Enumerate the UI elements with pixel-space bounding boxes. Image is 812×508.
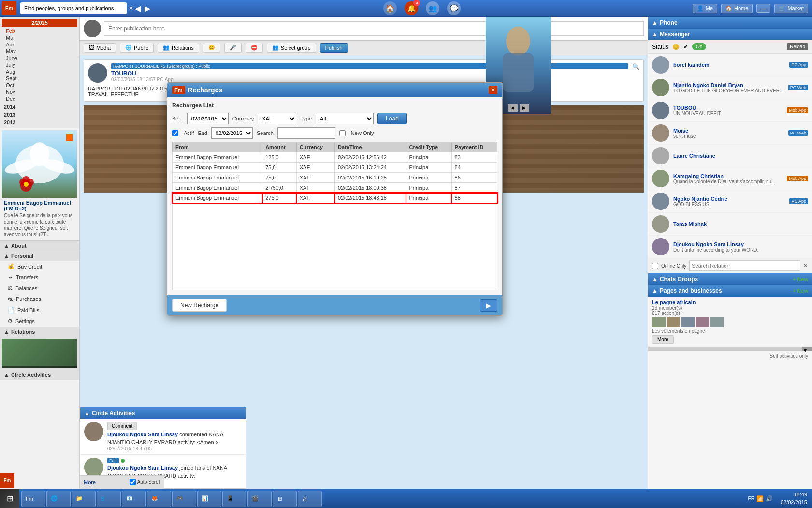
taskbar-app1-item[interactable]: 📧 [122, 491, 146, 507]
circle-activities-section-header[interactable]: ▲ Circle Activities [80, 407, 246, 419]
personal-section-header[interactable]: ▲ Personal [0, 251, 79, 261]
sidebar-item-transfers[interactable]: ↔ Transfers [0, 272, 79, 283]
table-row[interactable]: Emmeni Bagop Emmanuel75,0XAF02/02/2015 1… [173, 173, 497, 183]
taskbar-firefox-item[interactable]: 🦊 [147, 491, 171, 507]
table-row[interactable]: Emmeni Bagop Emmanuel2 750,0XAF02/02/201… [173, 183, 497, 193]
month-oct[interactable]: Oct [4, 82, 75, 89]
month-sept[interactable]: Sept [4, 75, 75, 82]
contact-item-8[interactable]: Djoukou Ngoko Sara Linsay Do it unto me … [648, 236, 812, 258]
photo-prev[interactable]: ◀ [508, 104, 518, 112]
taskbar-app6-item[interactable]: 🖥 [273, 491, 297, 507]
month-mar[interactable]: Mar [4, 34, 75, 41]
end-date-select[interactable]: 02/02/2015 [211, 127, 253, 139]
month-aug[interactable]: Aug [4, 68, 75, 75]
taskbar-app3-item[interactable]: 📊 [197, 491, 221, 507]
emoji-button[interactable]: 😊 [203, 43, 220, 53]
page-name[interactable]: Le pagne africain [652, 299, 808, 305]
taskbar-app4-item[interactable]: 📱 [222, 491, 246, 507]
media-button[interactable]: 🖼 Media [84, 43, 116, 53]
sidebar-item-settings[interactable]: ⚙ Settings [0, 315, 79, 327]
search-in-post-icon[interactable]: 🔍 [632, 63, 639, 70]
mic-button[interactable]: 🎤 [224, 43, 242, 53]
notification-icon-btn[interactable]: 🔔 4 [405, 1, 418, 15]
contact-item-5[interactable]: Kamgaing Christian Quand la volonté de D… [648, 167, 812, 190]
actif-checkbox[interactable] [172, 130, 178, 136]
forward-arrow[interactable]: ▶ [143, 4, 152, 13]
taskbar-folder-item[interactable]: 📁 [72, 491, 96, 507]
taskbar-skype-item[interactable]: S [97, 491, 121, 507]
market-button[interactable]: 🛒 Market [774, 4, 808, 13]
contact-item-1[interactable]: Njantio Ngoko Daniel Bryan TO GOD BE THE… [648, 76, 812, 99]
begin-date-select[interactable]: 02/02/2015 [187, 113, 229, 124]
online-only-checkbox[interactable] [652, 263, 658, 269]
minimize-button[interactable]: — [756, 4, 770, 13]
start-button[interactable]: ⊞ [0, 489, 19, 508]
contact-item-7[interactable]: Taras Mishak [648, 213, 812, 236]
month-dec[interactable]: Dec [4, 95, 75, 102]
month-july[interactable]: July [4, 61, 75, 68]
comment-button[interactable]: Comment [107, 422, 137, 430]
new-page-button[interactable]: + New [793, 288, 808, 294]
year-2012[interactable]: 2012 [2, 119, 77, 126]
contact-item-4[interactable]: Laure Christiane [648, 145, 812, 167]
sidebar-item-buy-credit[interactable]: 💰 Buy Credit [0, 261, 79, 272]
new-chat-button[interactable]: + New [793, 276, 808, 282]
contact-item-2[interactable]: TOUBOU UN NOUVEAU DEFIT Mob App [648, 99, 812, 122]
people-icon-btn[interactable]: 👥 [426, 1, 439, 15]
auto-scroll-checkbox[interactable] [130, 479, 136, 485]
contact-item-3[interactable]: Moise sera muse PC Web [648, 122, 812, 145]
phone-section-header[interactable]: ▲ Phone [648, 17, 812, 29]
publication-input[interactable] [104, 21, 644, 36]
sidebar-item-paid-bills[interactable]: 📄 Paid Bills [0, 304, 79, 315]
pages-businesses-header[interactable]: ▲ Pages and businesses + New [648, 285, 812, 297]
new-only-checkbox[interactable] [339, 130, 346, 136]
type-select[interactable]: All [316, 113, 374, 124]
sidebar-item-balances[interactable]: ⚖ Balances [0, 283, 79, 294]
activity-name-2[interactable]: Djoukou Ngoko Sara Linsay [107, 465, 178, 471]
month-nov[interactable]: Nov [4, 89, 75, 95]
taskbar-app2-item[interactable]: 🎮 [172, 491, 196, 507]
home-button[interactable]: 🏠 Home [721, 4, 753, 13]
select-group-button[interactable]: 👥 Select group [267, 43, 316, 53]
month-feb[interactable]: Feb [4, 28, 75, 34]
table-row[interactable]: Emmeni Bagop Emmanuel275,0XAF02/02/2015 … [173, 193, 497, 203]
load-button[interactable]: Load [377, 113, 407, 124]
close-tab-icon[interactable]: ✕ [129, 5, 133, 12]
relations-section-header[interactable]: ▲ Relations [0, 327, 79, 337]
taskbar-app7-item[interactable]: 🖨 [298, 491, 322, 507]
home-icon-btn[interactable]: 🏠 [383, 1, 397, 15]
stop-button[interactable]: ⛔ [246, 43, 263, 53]
taskbar-ie-item[interactable]: 🌐 [46, 491, 71, 507]
messenger-section-header[interactable]: ▲ Messenger [648, 29, 812, 40]
modal-close-button[interactable]: ✕ [489, 86, 497, 94]
search-relation-input[interactable] [689, 260, 800, 271]
chats-groups-header[interactable]: ▲ Chats Groups + New [648, 273, 812, 285]
modal-ok-button[interactable]: ▶ [480, 299, 497, 312]
more-pages-button[interactable]: More [652, 335, 674, 344]
activity-name-1[interactable]: Djoukou Ngoko Sara Linsay [107, 432, 178, 437]
contact-item-0[interactable]: borel kamdem PC App [648, 54, 812, 76]
currency-select[interactable]: XAF [258, 113, 296, 124]
search-relation-clear-icon[interactable]: ✕ [803, 262, 808, 269]
relations-button[interactable]: 👥 Relations [158, 43, 199, 53]
table-row[interactable]: Emmeni Bagop Emmanuel75,0XAF02/02/2015 1… [173, 163, 497, 173]
taskbar-app5-item[interactable]: 🎬 [247, 491, 272, 507]
about-section-header[interactable]: ▲ About [0, 240, 79, 251]
more-link[interactable]: More [84, 479, 96, 485]
year-2014[interactable]: 2014 [2, 103, 77, 111]
year-2013[interactable]: 2013 [2, 111, 77, 119]
publish-button[interactable]: Publish [320, 43, 348, 53]
new-recharge-button[interactable]: New Recharge [172, 299, 227, 312]
me-button[interactable]: 👤 Me [693, 4, 717, 13]
sidebar-item-purchases[interactable]: 🛍 Purchases [0, 294, 79, 304]
photo-next[interactable]: ▶ [520, 104, 529, 112]
search-modal-input[interactable] [277, 127, 335, 139]
month-june[interactable]: June [4, 55, 75, 61]
back-arrow[interactable]: ◀ [133, 4, 142, 13]
contact-item-6[interactable]: Ngoko Njantio Cédric GOD BLESS US. PC Ap… [648, 190, 812, 213]
taskbar-fm-item[interactable]: Fm [21, 491, 45, 507]
messenger-toggle[interactable]: On [692, 43, 706, 50]
corner-logo[interactable]: Fm [0, 473, 14, 488]
scroll-down-btn[interactable]: ▼ [802, 347, 812, 351]
chat-icon-btn[interactable]: 💬 [447, 1, 461, 15]
